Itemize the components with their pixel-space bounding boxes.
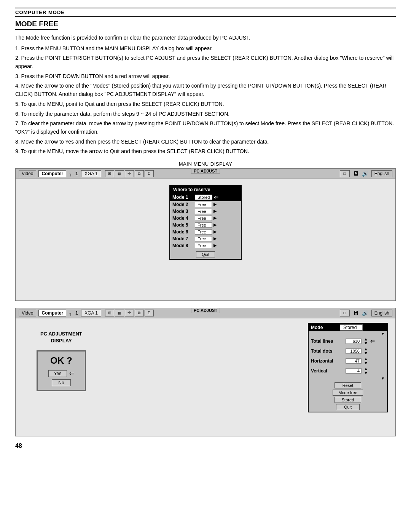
blank-icon-2: □ [340, 310, 350, 316]
intro-text: The Mode free function is provided to co… [15, 34, 396, 42]
quit-row: Quit [170, 249, 241, 259]
blank-icon-1: □ [340, 170, 350, 177]
quit-button-2[interactable]: Quit [336, 404, 360, 410]
horizontal-label: Horizontal [311, 358, 343, 364]
pc-adj-mode-row: Mode Stored [309, 324, 387, 331]
vertical-label: Vertical [311, 368, 343, 374]
mode8-arrow: ▶ [213, 243, 217, 248]
copy-icon-1: ⧉ [135, 170, 144, 177]
mode2-label: Mode 2 [172, 202, 193, 207]
vertical-spin[interactable]: ▲ ▼ [364, 367, 368, 375]
grid-icon-1: ⊞ [105, 170, 114, 177]
mode1-label: Mode 1 [172, 195, 193, 200]
pc-adj-mode-label: Mode [311, 325, 338, 330]
mode6-arrow: ▶ [213, 229, 217, 234]
bars-icon-1: ▦ [115, 170, 124, 177]
tab-connector-2: ┐ [69, 311, 72, 315]
mode6-value: Free [195, 229, 212, 235]
mode2-arrow: ▶ [213, 202, 217, 207]
total-dots-spin[interactable]: ▲ ▼ [364, 347, 368, 355]
pc-adj-label: PC ADJUSTMENT DISPLAY [40, 331, 82, 344]
total-dots-row: Total dots 1056 ▲ ▼ [309, 346, 387, 356]
scroll-arrow-bottom: ▼ [309, 376, 387, 381]
step-7: 7. To clear the parameter data, move the… [15, 120, 396, 136]
total-dots-value: 1056 [346, 348, 362, 354]
no-button[interactable]: No [52, 379, 70, 386]
pc-adjust-label-1: PC ADJUST [191, 168, 220, 174]
pc-adjust-label-2: PC ADJUST [191, 308, 220, 313]
mode-free-button[interactable]: Mode free [333, 390, 363, 396]
stored-button[interactable]: Stored [335, 397, 361, 403]
total-dots-label: Total dots [311, 348, 343, 354]
computer-tab-2[interactable]: Computer [38, 310, 66, 316]
bars-icon-2: ▦ [115, 310, 124, 316]
mode7-label: Mode 7 [172, 236, 193, 241]
scroll-arrow: ▼ [309, 331, 387, 336]
step-2: 2. Press the POINT LEFT/RIGHT BUTTON(s) … [15, 54, 396, 70]
ok-dialog: OK ? Yes ⇐ No [37, 350, 86, 391]
speaker-icon-2: 🔊 [362, 310, 368, 316]
mode3-value: Free [195, 209, 212, 214]
mode-row-8: Mode 8 Free ▶ [170, 242, 241, 249]
mode8-label: Mode 8 [172, 243, 193, 248]
total-lines-spin[interactable]: ▲ ▼ [364, 337, 368, 345]
step-5: 5. To quit the MENU, point to Quit and t… [15, 100, 396, 109]
step-3: 3. Press the POINT DOWN BUTTON and a red… [15, 72, 396, 81]
horizontal-row: Horizontal 47 ▲ ▼ [309, 356, 387, 366]
doc-icon-1: 🗒 [145, 170, 154, 177]
num-badge-1: 1 [75, 171, 78, 176]
num-badge-2: 1 [75, 310, 78, 316]
step-1: 1. Press the MENU BUTTON and the MAIN ME… [15, 45, 396, 53]
step-9: 9. To quit the MENU, move the arrow to Q… [15, 147, 396, 156]
yes-button[interactable]: Yes [48, 370, 67, 377]
english-btn-2[interactable]: English [371, 310, 392, 316]
diagram2-left: PC ADJUSTMENT DISPLAY OK ? Yes ⇐ No [23, 323, 99, 391]
mode-row-5: Mode 5 Free ▶ [170, 222, 241, 228]
page-number: 48 [15, 443, 396, 449]
mode-row-7: Mode 7 Free ▶ [170, 235, 241, 242]
reset-button[interactable]: Reset [335, 382, 362, 388]
icons-group-1: ⊞ ▦ ✛ ⧉ 🗒 [105, 170, 154, 177]
monitor-icon-2: 🖥 [353, 310, 359, 316]
video-tab-1[interactable]: Video [19, 170, 36, 177]
english-btn-1[interactable]: English [371, 170, 392, 177]
section-title: COMPUTER MODE [15, 10, 396, 15]
video-tab-2[interactable]: Video [19, 310, 36, 316]
mode4-arrow: ▶ [213, 216, 217, 220]
move-icon-2: ✛ [125, 310, 134, 316]
step-8: 8. Move the arrow to Yes and then press … [15, 138, 396, 146]
right-icons-2: □ 🖥 🔊 English [340, 310, 392, 316]
mode1-value: Stored [195, 195, 212, 200]
mode8-value: Free [195, 243, 212, 248]
mode5-value: Free [195, 222, 212, 228]
yes-row: Yes ⇐ [48, 370, 75, 377]
menu-bar-1: PC ADJUST Video Computer ┐ 1 XGA 1 ⊞ ▦ ✛… [15, 168, 396, 179]
mode5-label: Mode 5 [172, 222, 193, 228]
pc-adjustment-dialog: Mode Stored ▼ Total lines 630 ▲ ▼ ⇐ Tota… [308, 323, 388, 412]
yes-arrow-icon: ⇐ [69, 370, 74, 377]
computer-tab-1[interactable]: Computer [38, 170, 66, 177]
ok-buttons: Yes ⇐ No [41, 370, 82, 386]
total-lines-value: 630 [346, 339, 362, 344]
vertical-value: 4 [346, 368, 362, 374]
horizontal-spin[interactable]: ▲ ▼ [364, 357, 368, 365]
step-4: 4. Move the arrow to one of the "Modes" … [15, 82, 396, 98]
mode-row-6: Mode 6 Free ▶ [170, 228, 241, 235]
xga-label-1[interactable]: XGA 1 [81, 170, 101, 177]
where-reserve-dialog: Where to reserve Mode 1 Stored ⇐ Mode 2 … [169, 185, 242, 260]
total-lines-arrow: ⇐ [370, 338, 375, 344]
quit-btn-1[interactable]: Quit [196, 251, 215, 257]
horizontal-value: 47 [346, 358, 362, 364]
steps-list: 1. Press the MENU BUTTON and the MAIN ME… [15, 45, 396, 156]
xga-label-2[interactable]: XGA 1 [81, 310, 101, 316]
tab-connector-1: ┐ [69, 171, 72, 176]
mode2-value: Free [195, 202, 212, 207]
mode-row-2: Mode 2 Free ▶ [170, 201, 241, 208]
mode-row-4: Mode 4 Free ▶ [170, 215, 241, 222]
mode-row-1: Mode 1 Stored ⇐ [170, 193, 241, 201]
pc-adj-mode-value: Stored [340, 324, 363, 331]
pc-adj-buttons: Reset Mode free Stored Quit [309, 381, 387, 412]
speaker-icon-1: 🔊 [362, 171, 368, 177]
vertical-row: Vertical 4 ▲ ▼ [309, 366, 387, 376]
mode5-arrow: ▶ [213, 222, 217, 227]
